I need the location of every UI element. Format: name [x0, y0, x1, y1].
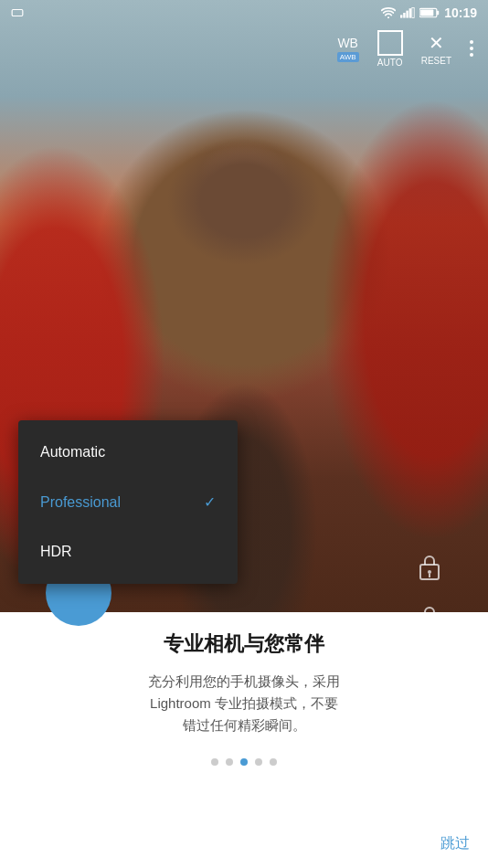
status-icons: 10:19 — [381, 5, 477, 20]
dot-1 — [211, 758, 218, 766]
lock-icon — [418, 554, 441, 581]
app-icon — [11, 6, 24, 19]
status-bar: 10:19 — [0, 0, 488, 26]
dot-4 — [255, 758, 262, 766]
camera-top-bar: WB AWB AUTO ✕ RESET — [0, 26, 488, 71]
reset-control[interactable]: ✕ RESET — [421, 32, 451, 66]
svg-rect-0 — [12, 10, 23, 16]
pagination-dots — [211, 758, 277, 766]
exposure-lock-button[interactable] — [418, 554, 441, 585]
svg-point-1 — [387, 16, 389, 18]
close-icon: ✕ — [429, 32, 444, 54]
auto-label: AUTO — [377, 58, 403, 68]
svg-point-11 — [428, 570, 431, 574]
svg-rect-8 — [437, 11, 439, 16]
wb-label: WB — [337, 36, 358, 50]
dropdown-item-professional-label: Professional — [40, 494, 121, 511]
dot-5 — [270, 758, 277, 766]
bottom-title: 专业相机与您常伴 — [164, 630, 324, 658]
svg-rect-5 — [409, 8, 411, 17]
svg-rect-6 — [412, 7, 414, 17]
wifi-icon — [381, 7, 396, 18]
wb-control[interactable]: WB AWB — [337, 36, 359, 62]
status-bar-left — [11, 6, 24, 19]
dot-2 — [226, 758, 233, 766]
skip-button[interactable]: 跳过 — [440, 834, 470, 853]
checkmark-icon: ✓ — [204, 493, 216, 511]
svg-rect-2 — [400, 15, 402, 17]
reset-label: RESET — [421, 56, 451, 66]
battery-icon — [419, 7, 440, 18]
right-controls — [417, 554, 442, 632]
mode-dropdown: Automatic Professional ✓ HDR — [18, 420, 238, 584]
dropdown-item-hdr-label: HDR — [40, 544, 72, 560]
focus-frame — [377, 30, 403, 56]
dropdown-item-automatic-label: Automatic — [40, 444, 105, 460]
svg-rect-3 — [403, 13, 405, 18]
face-icon — [417, 603, 442, 629]
auto-focus-control[interactable]: AUTO — [377, 30, 403, 68]
bottom-description: 充分利用您的手机摄像头，采用Lightroom 专业拍摄模式，不要错过任何精彩瞬… — [148, 671, 340, 736]
signal-icon — [400, 7, 415, 18]
portrait-mode-button[interactable] — [417, 603, 442, 632]
svg-rect-9 — [420, 9, 433, 16]
dropdown-item-hdr[interactable]: HDR — [18, 527, 238, 577]
bottom-panel: 专业相机与您常伴 充分利用您的手机摄像头，采用Lightroom 专业拍摄模式，… — [0, 612, 488, 868]
svg-rect-4 — [407, 11, 408, 18]
more-options-button[interactable] — [470, 40, 473, 57]
dropdown-item-automatic[interactable]: Automatic — [18, 428, 238, 477]
clock: 10:19 — [444, 5, 477, 20]
dot-3 — [240, 758, 248, 766]
svg-point-13 — [425, 608, 434, 617]
dropdown-item-professional[interactable]: Professional ✓ — [18, 477, 238, 527]
wb-badge: AWB — [337, 52, 359, 62]
